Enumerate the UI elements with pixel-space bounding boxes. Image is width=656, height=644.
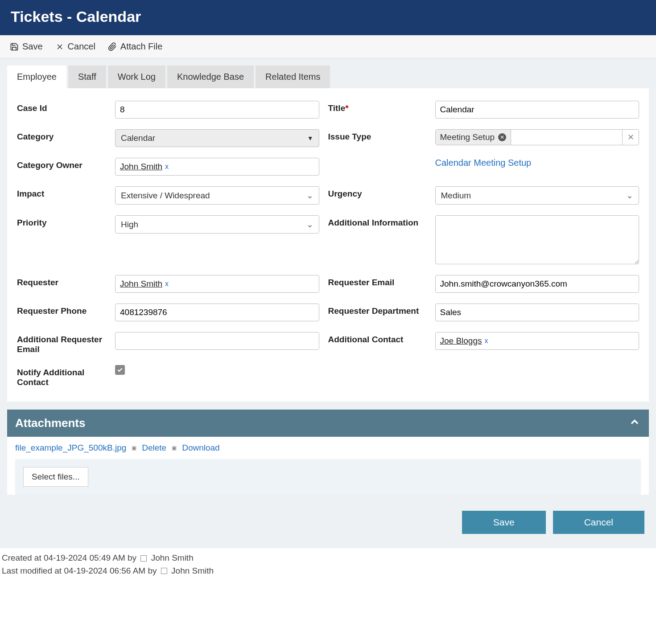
page-header: Tickets - Calendar <box>0 0 656 35</box>
chip-remove-icon[interactable]: ✕ <box>498 133 506 141</box>
requester-value: John Smith <box>120 279 162 289</box>
tab-knowledge-base[interactable]: Knowledge Base <box>167 66 254 88</box>
label-category-owner: Category Owner <box>17 158 106 170</box>
user-icon <box>140 555 147 562</box>
urgency-value: Medium <box>441 191 471 201</box>
additional-info-textarea[interactable] <box>435 215 639 264</box>
kb-link[interactable]: Calendar Meeting Setup <box>435 158 639 168</box>
tab-strip: Employee Staff Work Log Knowledge Base R… <box>7 66 649 88</box>
check-icon <box>117 367 123 373</box>
caret-down-icon: ▼ <box>307 135 314 142</box>
created-line: Created at 04-19-2024 05:49 AM by John S… <box>2 552 654 565</box>
priority-select[interactable]: High ⌄ <box>115 215 319 234</box>
label-requester-dept: Requester Department <box>328 304 426 316</box>
attachment-upload-area: Select files... <box>15 459 641 495</box>
label-additional-contact: Additional Contact <box>328 332 426 345</box>
toolbar: Save Cancel Attach File <box>0 35 656 58</box>
attachments-header: Attachments <box>7 410 649 437</box>
case-id-input[interactable] <box>115 101 319 119</box>
cancel-button[interactable]: Cancel <box>55 41 95 52</box>
tab-employee[interactable]: Employee <box>7 66 66 88</box>
label-issue-type: Issue Type <box>328 129 426 142</box>
attachments-body: file_example_JPG_500kB.jpg ▣ Delete ▣ Do… <box>7 437 649 495</box>
save-button[interactable]: Save <box>10 41 43 52</box>
attach-file-button[interactable]: Attach File <box>108 41 162 52</box>
separator-icon: ▣ <box>132 445 136 451</box>
requester-email-input[interactable] <box>435 275 639 293</box>
impact-select[interactable]: Extensive / Widespread ⌄ <box>115 186 319 205</box>
label-priority: Priority <box>17 215 106 228</box>
title-input[interactable] <box>435 101 639 119</box>
label-requester-phone: Requester Phone <box>17 304 106 316</box>
category-value: Calendar <box>121 133 155 143</box>
requester-phone-input[interactable] <box>115 304 319 321</box>
remove-person-icon[interactable]: x <box>485 337 488 345</box>
label-category: Category <box>17 129 106 142</box>
impact-value: Extensive / Widespread <box>121 191 210 201</box>
employee-panel: Case Id Title* Category Calendar ▼ Issue… <box>7 88 649 402</box>
issue-type-value: Meeting Setup <box>440 132 495 142</box>
label-additional-info: Additional Information <box>328 215 426 228</box>
label-urgency: Urgency <box>328 186 426 199</box>
tab-staff[interactable]: Staff <box>68 66 106 88</box>
metadata-footer: Created at 04-19-2024 05:49 AM by John S… <box>0 548 656 581</box>
label-case-id: Case Id <box>17 101 106 113</box>
chevron-down-icon: ⌄ <box>306 190 314 201</box>
user-icon <box>161 568 167 574</box>
requester-dept-input[interactable] <box>435 304 639 321</box>
attachments-title: Attachments <box>15 416 85 430</box>
clear-all-icon[interactable]: ✕ <box>623 130 639 145</box>
collapse-icon[interactable] <box>628 416 641 431</box>
attachment-download-link[interactable]: Download <box>182 443 220 453</box>
save-icon <box>10 42 19 51</box>
attach-label: Attach File <box>120 41 162 52</box>
notify-additional-checkbox[interactable] <box>115 365 125 375</box>
urgency-select[interactable]: Medium ⌄ <box>435 186 639 205</box>
label-requester-email: Requester Email <box>328 275 426 287</box>
remove-person-icon[interactable]: x <box>165 163 169 171</box>
additional-req-email-input[interactable] <box>115 332 319 350</box>
select-files-button[interactable]: Select files... <box>23 467 88 487</box>
action-row: Save Cancel <box>7 495 649 541</box>
issue-type-text-input[interactable] <box>511 130 623 145</box>
remove-person-icon[interactable]: x <box>165 280 169 288</box>
requester-input[interactable]: John Smith x <box>115 275 319 293</box>
priority-value: High <box>121 220 138 230</box>
attachments-panel: Attachments file_example_JPG_500kB.jpg ▣… <box>7 410 649 495</box>
label-impact: Impact <box>17 186 106 199</box>
category-select[interactable]: Calendar ▼ <box>115 129 319 147</box>
category-owner-value: John Smith <box>120 162 162 172</box>
attachment-delete-link[interactable]: Delete <box>142 443 166 453</box>
chevron-down-icon: ⌄ <box>626 190 633 201</box>
page-title: Tickets - Calendar <box>11 8 645 25</box>
attachment-row: file_example_JPG_500kB.jpg ▣ Delete ▣ Do… <box>15 443 641 459</box>
label-notify-additional: Notify Additional Contact <box>17 365 106 387</box>
attachment-filename[interactable]: file_example_JPG_500kB.jpg <box>15 443 126 453</box>
paperclip-icon <box>108 42 117 51</box>
issue-type-input[interactable]: Meeting Setup ✕ ✕ <box>435 129 639 145</box>
additional-contact-value: Joe Bloggs <box>440 336 482 346</box>
label-additional-req-email: Additional Requester Email <box>17 332 106 354</box>
content-area: Employee Staff Work Log Knowledge Base R… <box>0 58 656 548</box>
label-title: Title* <box>328 101 426 113</box>
label-requester: Requester <box>17 275 106 287</box>
tab-related-items[interactable]: Related Items <box>256 66 330 88</box>
save-form-button[interactable]: Save <box>462 511 546 534</box>
cancel-label: Cancel <box>68 41 95 52</box>
cancel-form-button[interactable]: Cancel <box>553 511 644 534</box>
chevron-down-icon: ⌄ <box>306 219 314 230</box>
category-owner-input[interactable]: John Smith x <box>115 158 319 176</box>
additional-contact-input[interactable]: Joe Bloggs x <box>435 332 639 350</box>
close-icon <box>55 42 64 51</box>
modified-line: Last modified at 04-19-2024 06:56 AM by … <box>2 565 654 578</box>
tab-work-log[interactable]: Work Log <box>108 66 165 88</box>
separator-icon: ▣ <box>172 445 177 451</box>
issue-type-chip: Meeting Setup ✕ <box>436 130 512 145</box>
save-label: Save <box>22 41 43 52</box>
